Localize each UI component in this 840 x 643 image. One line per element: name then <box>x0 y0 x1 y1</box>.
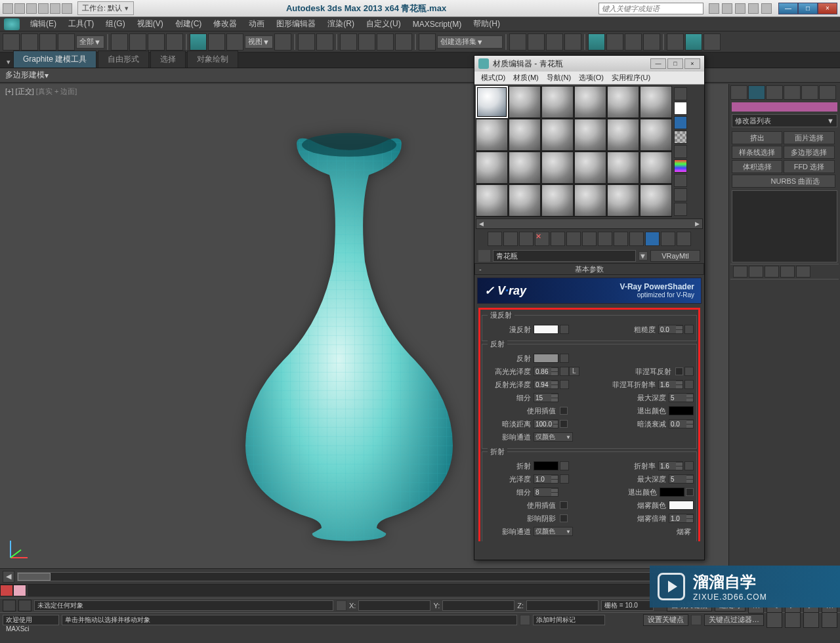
refl-gloss-map-button[interactable] <box>560 380 569 389</box>
link-button[interactable] <box>39 33 56 51</box>
make-unique-icon[interactable] <box>677 232 691 246</box>
sample-slot[interactable] <box>640 119 672 151</box>
ribbon-tab-paint[interactable]: 对象绘制 <box>187 51 238 68</box>
dim-dist-checkbox[interactable] <box>560 420 568 428</box>
sample-slot[interactable] <box>607 184 639 217</box>
modify-tab-icon[interactable] <box>748 85 765 100</box>
copy-icon[interactable] <box>551 232 565 246</box>
mat-menu-navigate[interactable]: 导航(N) <box>543 72 575 84</box>
mod-volsel-button[interactable]: 体积选择 <box>732 160 782 173</box>
refl-exitcolor-swatch[interactable] <box>669 406 694 415</box>
menu-modifiers[interactable]: 修改器 <box>208 17 242 31</box>
nav-pan-icon[interactable] <box>766 612 782 628</box>
video-check-icon[interactable] <box>674 159 687 173</box>
select-name-button[interactable] <box>129 33 146 51</box>
mat-minimize-button[interactable]: — <box>650 58 666 69</box>
mod-polysel-button[interactable]: 多边形选择 <box>784 146 834 159</box>
favorite-icon[interactable] <box>748 3 759 14</box>
teapot-render-icon[interactable] <box>685 33 702 51</box>
material-editor-button[interactable] <box>606 33 623 51</box>
affect-shadows-checkbox[interactable] <box>560 514 568 522</box>
sample-slot[interactable] <box>574 119 606 151</box>
sample-slot[interactable] <box>476 119 508 151</box>
sample-slot[interactable] <box>476 152 508 184</box>
render-prod-button[interactable] <box>667 33 684 51</box>
roughness-map-button[interactable] <box>684 325 694 334</box>
mod-nurbs-button[interactable]: NURBS 曲面选 <box>732 175 835 188</box>
fresnel-ior-spinner[interactable]: 1.6 <box>658 380 683 389</box>
move-button[interactable] <box>190 33 207 51</box>
menu-maxscript[interactable]: MAXScript(M) <box>408 18 467 30</box>
diffuse-map-button[interactable] <box>560 325 569 334</box>
menu-create[interactable]: 创建(C) <box>170 17 207 31</box>
save-icon[interactable] <box>26 3 37 14</box>
refract-map-button[interactable] <box>560 461 569 470</box>
refr-exitcolor-checkbox[interactable] <box>686 488 694 496</box>
spinner-snap-button[interactable] <box>395 33 412 51</box>
fog-mult-spinner[interactable]: 1.0 <box>669 514 694 523</box>
remove-mod-icon[interactable] <box>780 266 795 278</box>
refl-maxdepth-spinner[interactable]: 5 <box>669 393 694 402</box>
setkey-button[interactable]: 设置关键点 <box>643 614 688 626</box>
nav-max-icon[interactable] <box>822 612 837 628</box>
refr-interp-checkbox[interactable] <box>560 501 568 509</box>
fresnel-map-button[interactable] <box>684 367 694 376</box>
sample-slot[interactable] <box>509 184 541 217</box>
modifier-list-dropdown[interactable]: 修改器列表▼ <box>732 114 837 127</box>
layer-button[interactable] <box>546 33 563 51</box>
key-icon[interactable] <box>691 615 702 625</box>
keyfilter-button[interactable]: 关键点过滤器… <box>704 614 764 626</box>
refl-gloss-spinner[interactable]: 0.94 <box>534 380 558 389</box>
show-end-icon[interactable] <box>749 266 763 278</box>
ior-map-button[interactable] <box>684 461 694 470</box>
minihelper-icon[interactable] <box>3 600 16 612</box>
named-sel-dropdown[interactable]: 创建选择集 ▼ <box>437 35 503 49</box>
manipulate-button[interactable] <box>298 33 315 51</box>
search-icon[interactable] <box>709 3 719 14</box>
sample-slot[interactable] <box>574 86 606 118</box>
pick-icon[interactable] <box>661 232 675 246</box>
background-icon[interactable] <box>674 116 687 129</box>
schematic-view-button[interactable] <box>588 33 605 51</box>
mat-menu-options[interactable]: 选项(O) <box>575 72 608 84</box>
reflect-map-button[interactable] <box>560 354 569 363</box>
maximize-button[interactable]: □ <box>798 3 818 14</box>
snap-button[interactable] <box>340 33 357 51</box>
sample-slot[interactable] <box>574 184 606 217</box>
keyboard-shortcut-button[interactable] <box>316 33 333 51</box>
sample-slot[interactable] <box>607 119 639 151</box>
time-slider-track[interactable] <box>17 572 686 581</box>
viewport-label[interactable]: [+] [正交] [真实 + 边面] <box>5 87 77 96</box>
go-sibling-icon[interactable] <box>645 232 660 246</box>
maxscript-prompt[interactable]: 欢迎使用 MAXSci <box>3 615 59 625</box>
refr-gloss-map-button[interactable] <box>560 474 569 484</box>
mod-patchsel-button[interactable]: 面片选择 <box>784 131 834 144</box>
sample-slot[interactable] <box>541 86 574 118</box>
hilight-map-button[interactable] <box>560 367 569 376</box>
sample-slot[interactable] <box>509 152 541 184</box>
pivot-button[interactable] <box>274 33 291 51</box>
show-map-icon[interactable] <box>598 232 612 246</box>
refr-gloss-spinner[interactable]: 1.0 <box>534 474 558 484</box>
menu-group[interactable]: 组(G) <box>100 17 130 31</box>
sample-slot[interactable] <box>509 86 541 118</box>
fresnel-ior-map-button[interactable] <box>684 380 694 389</box>
diffuse-color-swatch[interactable] <box>534 325 558 334</box>
mat-menu-utilities[interactable]: 实用程序(U) <box>608 72 654 84</box>
refl-affect-dropdown[interactable]: 仅颜色▼ <box>534 432 573 442</box>
angle-snap-button[interactable] <box>358 33 375 51</box>
sample-slot[interactable] <box>640 152 672 184</box>
exchange-icon[interactable] <box>735 3 746 14</box>
minimize-button[interactable]: — <box>778 3 798 14</box>
rotate-button[interactable] <box>208 33 225 51</box>
menu-rendering[interactable]: 渲染(R) <box>322 17 360 31</box>
menu-animation[interactable]: 动画 <box>243 17 270 31</box>
reflect-color-swatch[interactable] <box>534 354 558 363</box>
sample-slot[interactable] <box>509 119 541 151</box>
minihelper2-icon[interactable] <box>18 600 32 612</box>
assign-icon[interactable] <box>519 232 534 246</box>
utilities-tab-icon[interactable] <box>819 85 836 100</box>
render-frame-button[interactable] <box>643 33 660 51</box>
redo-button[interactable] <box>21 33 38 51</box>
link-icon[interactable] <box>62 3 72 14</box>
